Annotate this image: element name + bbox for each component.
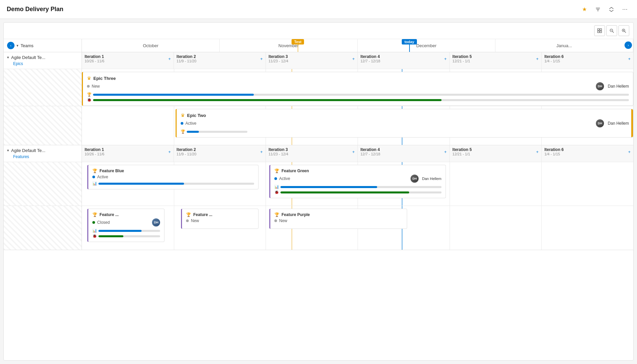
feature-green-status-text: Active	[279, 176, 290, 181]
epic-two-card[interactable]: ♛ Epic Two Active DH Dan Hellem	[176, 109, 633, 138]
iter-add-btn-feat-3[interactable]: +	[444, 149, 447, 154]
feature-closed-status-row: Closed DH	[92, 218, 160, 226]
app-title: Demo Delivery Plan	[7, 6, 63, 13]
feature-green-title: Feature Green	[281, 169, 309, 173]
feature-closed-progress-row-2: 🐞	[92, 234, 160, 238]
iter-add-btn-feat-0[interactable]: +	[168, 149, 171, 154]
iter-name-epics-3: Iteration 4	[360, 54, 380, 59]
features-row-1: 🏆 Feature Blue Active	[4, 162, 633, 206]
collapse-button[interactable]	[606, 4, 617, 15]
team-chevron-icon-epics[interactable]: ▾	[7, 55, 9, 60]
more-button[interactable]: ⋯	[619, 4, 630, 15]
team-name-row-epics: ▾ Agile Default Te...	[7, 55, 78, 60]
iter-add-btn-epics-2[interactable]: +	[352, 56, 355, 61]
board-body[interactable]: ▾ Agile Default Te... Epics Iteration 1	[4, 52, 633, 360]
iter-dates-epics-2: 11/23 - 12/4	[269, 59, 289, 63]
feature-closed-card[interactable]: 🏆 Feature ... Closed DH	[87, 209, 164, 242]
epic-two-title: Epic Two	[187, 113, 206, 118]
test-milestone-line	[298, 44, 298, 52]
filter-button[interactable]	[593, 4, 603, 15]
months-row: October November December Janua... Test …	[82, 39, 633, 52]
team-name-epics: Agile Default Te...	[11, 55, 46, 60]
feature-green-card[interactable]: 🏆 Feature Green Active DH Dan Hellem	[269, 165, 446, 198]
svg-line-11	[625, 31, 626, 33]
epic-three-progress-row-2: 🐞	[87, 98, 629, 102]
team-chevron-icon-features[interactable]: ▾	[7, 148, 9, 153]
feature-blue-status-text: Active	[97, 175, 108, 179]
feature-closed-status-dot	[92, 221, 95, 224]
epic-two-row: ♛ Epic Two Active DH Dan Hellem	[4, 106, 633, 145]
team-link-epics[interactable]: Epics	[13, 61, 78, 66]
feature-blue-fill	[98, 183, 184, 185]
svg-line-8	[612, 31, 614, 33]
feat2-grid-5	[541, 206, 542, 250]
teams-chevron-icon[interactable]: ▾	[17, 43, 19, 48]
epic-two-overflow-bar	[631, 109, 633, 137]
star-button[interactable]: ★	[579, 4, 590, 15]
iter-add-btn-feat-5[interactable]: +	[628, 149, 631, 154]
iter-add-btn-feat-2[interactable]: +	[352, 149, 355, 154]
feature-new-mid-status-dot	[186, 219, 189, 222]
iter-add-btn-feat-4[interactable]: +	[536, 149, 539, 154]
iter-add-btn-epics-3[interactable]: +	[444, 56, 447, 61]
iter-dates-feat-0: 10/26 - 11/6	[85, 152, 104, 156]
team-section-features: ▾ Agile Default Te... Features Iteration	[4, 145, 633, 250]
feat2-grid-1	[174, 206, 174, 250]
iter-add-btn-feat-1[interactable]: +	[260, 149, 263, 154]
feature-purple-card[interactable]: 🏆 Feature Purple New	[269, 209, 407, 229]
zoom-in-button[interactable]	[618, 25, 629, 36]
feat-grid-2	[266, 162, 266, 206]
iteration-col-epics-1: Iteration 2 11/9 - 11/20 +	[174, 52, 266, 69]
iter-add-btn-epics-5[interactable]: +	[628, 56, 631, 61]
svg-rect-5	[598, 31, 599, 33]
iter-dates-feat-5: 1/4 - 1/15	[544, 152, 564, 156]
feature-blue-progress-row: 📊	[92, 181, 254, 186]
svg-rect-4	[600, 29, 602, 30]
epic-three-card[interactable]: ♛ Epic Three New DH Dan Hellem	[82, 72, 633, 106]
iteration-col-feat-1: Iteration 2 11/9 - 11/20 +	[174, 145, 266, 162]
team-section-epics: ▾ Agile Default Te... Epics Iteration 1	[4, 52, 633, 145]
iter-add-btn-epics-0[interactable]: +	[168, 56, 171, 61]
epic-three-title: Epic Three	[93, 76, 116, 81]
layout-button[interactable]	[594, 25, 605, 36]
features-row2-hatch	[4, 206, 82, 250]
epic-three-title-row: ♛ Epic Three	[87, 75, 629, 81]
epic-three-status-text: New	[92, 84, 100, 89]
epic-two-status-text: Active	[185, 121, 196, 126]
feature-blue-card[interactable]: 🏆 Feature Blue Active	[87, 165, 258, 189]
feature-new-mid-card[interactable]: 🏆 Feature ... New	[181, 209, 258, 229]
feature-green-progress-row-1: 📊	[274, 185, 442, 189]
today-milestone: today	[402, 39, 417, 52]
test-milestone-label: Test	[292, 39, 304, 44]
feature-closed-fill-2	[98, 235, 123, 237]
plan-board: ‹ ▾ Teams October November December Janu…	[3, 22, 634, 361]
iter-name-epics-1: Iteration 2	[177, 54, 196, 59]
zoom-out-button[interactable]	[606, 25, 617, 36]
iteration-col-feat-4: Iteration 5 12/21 - 1/1 +	[450, 145, 542, 162]
svg-rect-3	[598, 29, 599, 30]
feature-closed-progress: 📊 🐞	[92, 229, 160, 238]
iter-dates-feat-3: 12/7 - 12/18	[360, 152, 380, 156]
crown-icon-epic-three: ♛	[87, 75, 91, 81]
feature-green-status-row: Active DH Dan Hellem	[274, 175, 442, 183]
iter-add-btn-epics-1[interactable]: +	[260, 56, 263, 61]
feature-closed-title: Feature ...	[99, 212, 119, 217]
teams-column-header: ‹ ▾ Teams	[4, 39, 82, 52]
features-row2-timeline: 🏆 Feature ... Closed DH	[82, 206, 633, 250]
feature-closed-status-text: Closed	[97, 220, 110, 225]
epic-three-fill-1	[93, 94, 254, 96]
iter-dates-feat-2: 11/23 - 12/4	[269, 152, 289, 156]
team-link-features[interactable]: Features	[13, 154, 78, 159]
chart-icon-fb: 📊	[92, 181, 97, 186]
app-container: Demo Delivery Plan ★ ⋯	[0, 0, 637, 364]
features-row1-hatch	[4, 162, 82, 206]
epic-two-timeline: ♛ Epic Two Active DH Dan Hellem	[82, 106, 633, 145]
nav-next-button[interactable]: ›	[625, 41, 632, 49]
feature-green-progress: 📊 🐞	[274, 185, 442, 194]
feature-purple-title: Feature Purple	[281, 212, 310, 217]
feature-green-status-dot	[274, 177, 277, 180]
nav-prev-button[interactable]: ‹	[7, 42, 14, 49]
iter-add-btn-epics-4[interactable]: +	[536, 56, 539, 61]
epic-two-fill-1	[187, 131, 199, 133]
epic-three-track-1	[93, 94, 629, 96]
